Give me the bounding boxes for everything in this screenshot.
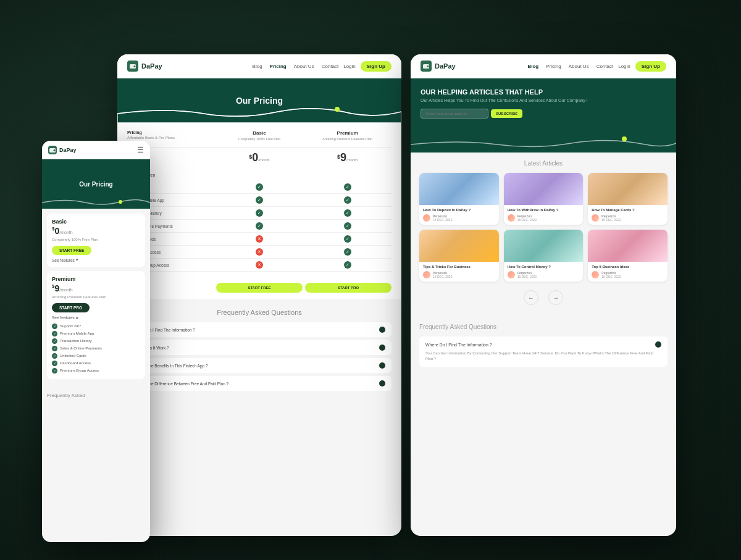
start-pro-button[interactable]: START PRO <box>305 283 391 293</box>
mobile-feature-7: ✓ Premium Group Access <box>52 367 140 374</box>
article-img-6 <box>588 230 668 262</box>
pricing-header: Pricing Affordable Basic & Pro Plans Bas… <box>127 130 391 148</box>
articles-grid-bottom: Tips & Tricks For Business Perperzon 15 … <box>419 230 668 282</box>
article-info-6: Top 5 Business Ideas Perperzon 15 DEC, 2… <box>588 262 668 282</box>
article-card-2[interactable]: How To WithDraw In DaPay ? Perperzon 15 … <box>504 173 584 225</box>
basic-see-features[interactable]: See features ▾ <box>52 257 140 262</box>
nav-contact[interactable]: Contact <box>322 64 339 69</box>
latest-articles-title: Latest Articles <box>419 160 668 167</box>
pricing-nav-links: Blog Pricing About Us Contact <box>253 64 339 69</box>
mobile-feature-6: ✓ Dashboard Access <box>52 359 140 367</box>
blog-subscribe-form: SUBSCRIBE <box>421 109 666 119</box>
blog-nav-pricing[interactable]: Pricing <box>546 64 561 69</box>
next-arrow[interactable]: → <box>548 290 563 305</box>
hamburger-icon[interactable]: ☰ <box>137 146 144 154</box>
blog-page-card: DaPay Blog Pricing About Us Contact Logi… <box>411 54 676 536</box>
blog-nav-contact[interactable]: Contact <box>597 64 614 69</box>
blog-nav-signup[interactable]: Sign Up <box>635 61 666 72</box>
latest-articles-section: Latest Articles How To Deposit In DaPay … <box>411 153 676 316</box>
author-info-6: Perperzon 15 DEC, 2022 <box>601 271 621 278</box>
premium-see-features[interactable]: See features ▴ <box>52 315 140 320</box>
article-img-1 <box>419 173 499 205</box>
blog-nav-login[interactable]: Login <box>618 64 630 69</box>
blog-nav-links: Blog Pricing About Us Contact <box>527 64 613 69</box>
prev-arrow[interactable]: ← <box>524 290 538 305</box>
blog-email-input[interactable] <box>421 109 488 119</box>
mobile-check-4: ✓ <box>52 346 57 351</box>
faq-dot-2 <box>379 345 385 351</box>
article-card-3[interactable]: How To Manage Cards ? Perperzon 15 DEC, … <box>588 173 668 225</box>
nav-signup[interactable]: Sign Up <box>361 61 391 72</box>
mobile-premium-plan: Premium $9/month Amazing Premium Feature… <box>47 271 145 379</box>
basic-plan-name: Basic <box>216 130 304 136</box>
mobile-faq-title: Frequently Asked <box>47 393 145 398</box>
basic-support-check: ✓ <box>216 183 304 191</box>
author-avatar-5 <box>508 271 515 278</box>
basic-mobile-check: ✓ <box>216 196 304 204</box>
article-card-6[interactable]: Top 5 Business Ideas Perperzon 15 DEC, 2… <box>588 230 668 282</box>
article-meta-3: Perperzon 15 DEC, 2022 <box>592 214 664 222</box>
mobile-logo: DaPay <box>48 146 77 154</box>
mobile-start-pro-button[interactable]: START PRO <box>52 303 90 312</box>
faq-item-1[interactable]: Where Do I Find The Information ? <box>127 322 391 337</box>
svg-point-5 <box>54 149 56 151</box>
subscribe-button[interactable]: SUBSCRIBE <box>491 109 522 118</box>
article-info-1: How To Deposit In DaPay ? Perperzon 15 D… <box>419 205 499 225</box>
author-avatar-2 <box>508 214 515 222</box>
start-free-button[interactable]: START FREE <box>216 283 303 293</box>
logo-icon <box>127 61 138 72</box>
premium-cards-check: ✓ <box>303 235 391 243</box>
blog-hero-subtitle: Our Articles Helps You To Find Out The C… <box>421 98 666 102</box>
blog-logo-icon <box>421 61 432 72</box>
basic-group-check: ✕ <box>216 261 304 269</box>
pricing-faq: Frequently Asked Questions Where Do I Fi… <box>117 299 401 404</box>
mobile-check-1: ✓ <box>52 324 57 329</box>
basic-price-display: $0/month <box>52 226 140 236</box>
article-info-2: How To WithDraw In DaPay ? Perperzon 15 … <box>504 205 584 225</box>
article-navigation: ← → <box>419 286 668 309</box>
faq-item-2[interactable]: How Does It Work ? <box>127 340 391 355</box>
feature-transaction: Transaction History ✓ ✓ <box>127 207 391 220</box>
article-info-5: How To Control Money ? Perperzon 15 DEC,… <box>504 262 584 282</box>
faq-dot-1 <box>379 327 385 333</box>
premium-plan-name: Premium <box>303 130 391 136</box>
nav-login[interactable]: Login <box>343 64 356 69</box>
article-img-3 <box>588 173 668 205</box>
premium-features-list: ✓ Support 24/7 ✓ Premium Mobile App ✓ Tr… <box>52 322 140 374</box>
article-img-2 <box>504 173 584 205</box>
author-info-1: Perperzon 15 DEC, 2022 <box>433 214 452 222</box>
nav-about[interactable]: About Us <box>294 64 314 69</box>
author-info-4: Perperzon 15 DEC, 2022 <box>433 271 452 278</box>
article-info-3: How To Manage Cards ? Perperzon 15 DEC, … <box>588 205 668 225</box>
nav-blog[interactable]: Blog <box>253 64 262 69</box>
faq-item-3[interactable]: What's The Benefits In This Fintech App … <box>127 358 391 373</box>
faq-item-4[interactable]: What's The Difference Between Free And P… <box>127 376 391 391</box>
premium-mobile-check: ✓ <box>303 196 391 204</box>
mobile-hero: Our Pricing <box>42 159 150 209</box>
pricing-nav: DaPay Blog Pricing About Us Contact Logi… <box>117 54 401 78</box>
mobile-start-free-button[interactable]: START FREE <box>52 246 91 255</box>
nav-pricing[interactable]: Pricing <box>270 64 287 69</box>
mobile-plans: Basic $0/month Completely 100% Free Plan… <box>42 209 150 388</box>
article-card-4[interactable]: Tips & Tricks For Business Perperzon 15 … <box>419 230 499 282</box>
mobile-hero-title: Our Pricing <box>79 181 112 188</box>
faq-dot-4 <box>379 380 385 387</box>
features-section: Core features Support 24/7 ✓ ✓ Premium M… <box>127 168 391 277</box>
author-avatar-4 <box>423 271 430 278</box>
article-img-4 <box>419 230 499 262</box>
premium-support-check: ✓ <box>303 183 391 191</box>
blog-faq-item-1[interactable]: Where Do I Find The Information ? You Ca… <box>419 336 668 367</box>
mobile-basic-plan: Basic $0/month Completely 100% Free Plan… <box>47 214 145 267</box>
article-card-1[interactable]: How To Deposit In DaPay ? Perperzon 15 D… <box>419 173 499 225</box>
hero-dot <box>335 107 340 112</box>
blog-nav-about[interactable]: About Us <box>569 64 589 69</box>
mobile-faq: Frequently Asked <box>42 388 150 406</box>
basic-cards-check: ✕ <box>216 235 304 243</box>
blog-faq-dot-1 <box>655 341 661 348</box>
article-card-5[interactable]: How To Control Money ? Perperzon 15 DEC,… <box>504 230 584 282</box>
blog-logo-text: DaPay <box>435 62 456 70</box>
blog-nav-blog[interactable]: Blog <box>527 64 538 69</box>
article-meta-4: Perperzon 15 DEC, 2022 <box>423 271 495 278</box>
hero-wave <box>117 104 401 123</box>
mobile-feature-4: ✓ Sales & Online Payments <box>52 345 140 352</box>
